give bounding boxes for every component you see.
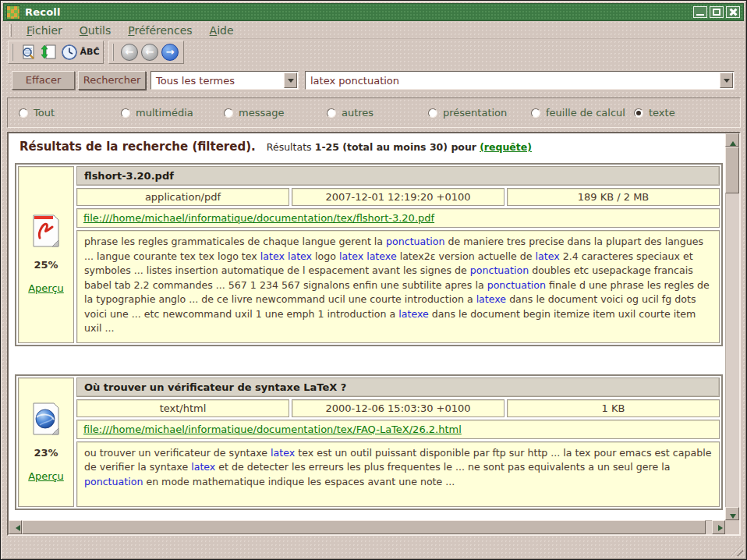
- results-frame: Résultats de la recherche (filtered). Ré…: [7, 132, 741, 536]
- filter-presentation[interactable]: présentation: [428, 107, 507, 119]
- result-item: 23% Aperçu Où trouver un vérificateur de…: [15, 374, 723, 510]
- vertical-scrollbar-thumb[interactable]: [725, 147, 739, 193]
- scroll-down-button[interactable]: [725, 507, 739, 520]
- html-document-icon[interactable]: [32, 402, 60, 435]
- query-input[interactable]: [306, 75, 719, 87]
- advanced-search-icon: [20, 44, 37, 61]
- next-page-button[interactable]: [160, 42, 180, 62]
- window-title: Recoll: [25, 6, 61, 18]
- result-url-link[interactable]: file:///home/michael/informatique/docume…: [83, 212, 434, 224]
- radio-icon: [531, 108, 540, 118]
- filter-tout[interactable]: Tout: [19, 107, 55, 119]
- filter-autres[interactable]: autres: [327, 107, 374, 119]
- result-mime: application/pdf: [76, 188, 289, 206]
- filter-multimedia[interactable]: multimédia: [121, 107, 193, 119]
- prev-page-icon: [141, 44, 158, 61]
- results-gap: [13, 346, 725, 374]
- result-meta-row: application/pdf 2007-12-01 12:19:20 +010…: [76, 188, 720, 206]
- result-date: 2007-12-01 12:19:20 +0100: [292, 188, 504, 206]
- search-row: Effacer Rechercher Tous les termes: [12, 71, 735, 90]
- result-title: flshort-3.20.pdf: [76, 166, 720, 186]
- relevance-percent: 23%: [34, 447, 58, 459]
- term-explorer-icon: [61, 44, 78, 61]
- close-icon: [727, 7, 739, 17]
- preview-link[interactable]: Aperçu: [28, 282, 64, 294]
- first-page-icon: [121, 44, 138, 61]
- result-url-row: file:///home/michael/informatique/docume…: [76, 208, 720, 228]
- spell-button[interactable]: ÂBĈ: [80, 42, 100, 62]
- next-page-icon: [161, 44, 179, 61]
- radio-icon: [121, 108, 130, 118]
- search-button[interactable]: Rechercher: [78, 71, 146, 90]
- scroll-left-button[interactable]: [9, 520, 22, 534]
- toolbar-handle[interactable]: [12, 44, 15, 61]
- result-side-panel: 23% Aperçu: [18, 377, 74, 507]
- relevance-percent: 25%: [34, 259, 58, 271]
- result-snippet: ou trouver un verificateur de syntaxe la…: [76, 441, 720, 507]
- menu-outils[interactable]: Outils: [73, 23, 118, 38]
- scroll-up-button[interactable]: [725, 133, 739, 147]
- pdf-document-icon[interactable]: [32, 214, 60, 247]
- menu-bar: Fichier Outils Préférences Aide: [3, 22, 744, 39]
- chevron-down-icon[interactable]: [284, 73, 297, 88]
- results-list: Résultats de la recherche (filtered). Ré…: [9, 133, 725, 520]
- results-summary-count: 1-25 (total au moins 30) pour: [315, 141, 476, 153]
- results-summary-prefix: Résultats: [267, 141, 312, 153]
- result-url-link[interactable]: file:///home/michael/informatique/docume…: [83, 424, 462, 435]
- result-url-row: file:///home/michael/informatique/docume…: [76, 420, 720, 439]
- toolbar: ÂBĈ: [3, 39, 744, 65]
- search-mode-value: Tous les termes: [151, 75, 283, 87]
- result-size: 1 KB: [507, 399, 720, 417]
- maximize-button[interactable]: [710, 6, 724, 18]
- horizontal-scrollbar[interactable]: [9, 520, 725, 534]
- recoll-window: Recoll Fichier Outils Préférences Aide: [0, 0, 747, 560]
- chevron-down-icon[interactable]: [720, 73, 733, 88]
- prev-page-button[interactable]: [140, 42, 160, 62]
- category-filter-panel: Tout multimédia message autres présentat…: [7, 97, 741, 128]
- first-page-button[interactable]: [119, 42, 140, 62]
- query-combo: [305, 71, 735, 90]
- app-icon: [6, 5, 20, 19]
- search-mode-select[interactable]: Tous les termes: [150, 71, 299, 90]
- result-item: 25% Aperçu flshort-3.20.pdf application/…: [15, 163, 723, 346]
- radio-icon: [327, 108, 336, 118]
- filter-message[interactable]: message: [224, 107, 284, 119]
- menu-preferences[interactable]: Préférences: [121, 23, 199, 38]
- query-link[interactable]: (requête): [480, 141, 532, 153]
- toolbar-group-nav: [108, 41, 184, 64]
- results-header: Résultats de la recherche (filtered). Ré…: [19, 140, 725, 154]
- horizontal-scrollbar-thumb[interactable]: [22, 520, 706, 534]
- scroll-right-button[interactable]: [712, 520, 725, 534]
- preview-link[interactable]: Aperçu: [28, 470, 64, 482]
- result-size: 189 KB / 2 MB: [507, 188, 720, 206]
- radio-icon: [428, 108, 437, 118]
- results-title: Résultats de la recherche (filtered).: [19, 140, 256, 154]
- result-date: 2000-12-06 15:03:30 +0100: [292, 399, 504, 417]
- filter-feuille-de-calcul[interactable]: feuille de calcul: [531, 107, 625, 119]
- vertical-scrollbar[interactable]: [725, 133, 739, 520]
- minimize-icon: [694, 7, 706, 17]
- sort-parameters-button[interactable]: [39, 42, 59, 62]
- scrollbar-corner: [725, 520, 739, 534]
- clear-button[interactable]: Effacer: [12, 71, 75, 90]
- resize-grip[interactable]: [731, 544, 743, 556]
- close-button[interactable]: [726, 6, 740, 18]
- menu-fichier[interactable]: Fichier: [19, 23, 69, 38]
- toolbar-group-tools: ÂBĈ: [8, 41, 104, 64]
- menu-aide[interactable]: Aide: [203, 23, 241, 38]
- spell-icon: ÂBĈ: [80, 47, 100, 57]
- sort-parameters-icon: [41, 44, 58, 61]
- toolbar-handle-nav[interactable]: [112, 44, 115, 61]
- result-meta-row: text/html 2000-12-06 15:03:30 +0100 1 KB: [76, 399, 720, 417]
- radio-icon: [224, 108, 233, 118]
- result-title: Où trouver un vérificateur de syntaxe La…: [76, 377, 720, 397]
- menubar-handle[interactable]: [9, 24, 12, 37]
- advanced-search-button[interactable]: [19, 42, 39, 62]
- maximize-icon: [710, 7, 723, 17]
- minimize-button[interactable]: [693, 6, 707, 18]
- title-bar[interactable]: Recoll: [3, 3, 744, 21]
- result-side-panel: 25% Aperçu: [18, 166, 74, 343]
- filter-texte[interactable]: texte: [634, 107, 675, 119]
- radio-icon: [19, 108, 28, 118]
- term-explorer-button[interactable]: [59, 42, 80, 62]
